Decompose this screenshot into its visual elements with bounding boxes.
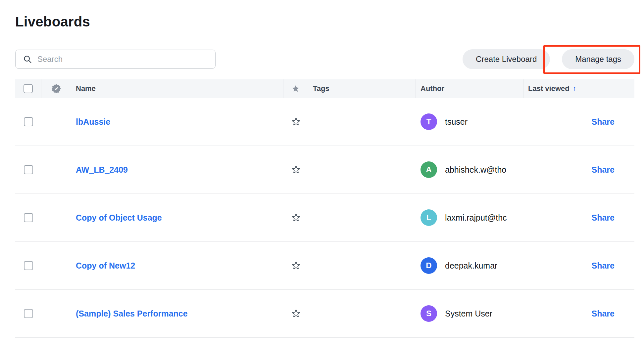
row-name-cell: (Sample) Sales Performance: [71, 309, 283, 318]
liveboard-name-link[interactable]: Copy of New12: [76, 261, 135, 271]
row-checkbox[interactable]: [24, 261, 33, 270]
create-liveboard-button[interactable]: Create Liveboard: [463, 49, 550, 69]
author-name: System User: [445, 309, 492, 318]
toolbar: Create Liveboard Manage tags: [15, 49, 634, 69]
search-input[interactable]: [37, 55, 208, 64]
row-favorite-cell: [283, 213, 308, 223]
author-name: tsuser: [445, 117, 468, 127]
sort-ascending-icon[interactable]: ↑: [573, 84, 576, 93]
author-name: abhishek.w@tho: [445, 165, 506, 175]
header-author-label: Author: [421, 84, 444, 93]
author-avatar: S: [421, 305, 437, 322]
row-name-cell: lbAussie: [71, 117, 283, 127]
liveboard-name-link[interactable]: AW_LB_2409: [76, 165, 128, 175]
favorite-star-icon[interactable]: [291, 309, 301, 318]
row-author-cell: A abhishek.w@tho: [416, 161, 523, 178]
header-last-viewed[interactable]: Last viewed ↑: [523, 79, 634, 98]
row-share-cell: Share: [523, 117, 634, 127]
row-name-cell: Copy of Object Usage: [71, 213, 283, 223]
liveboard-name-link[interactable]: (Sample) Sales Performance: [76, 309, 188, 318]
author-avatar: L: [421, 209, 437, 226]
share-link[interactable]: Share: [592, 213, 615, 223]
liveboard-name-link[interactable]: lbAussie: [76, 117, 110, 127]
row-checkbox-cell: [15, 309, 41, 318]
row-checkbox[interactable]: [24, 213, 33, 222]
header-tags[interactable]: Tags: [308, 79, 416, 98]
share-link[interactable]: Share: [592, 261, 615, 271]
author-avatar: A: [421, 161, 437, 178]
header-favorite[interactable]: [283, 79, 308, 98]
row-checkbox-cell: [15, 213, 41, 222]
avatar-initial: T: [426, 117, 431, 126]
table-row: lbAussie T tsuser Share: [15, 98, 634, 146]
header-verified-cell: [41, 79, 71, 98]
row-favorite-cell: [283, 309, 308, 318]
verified-badge-icon: [51, 84, 61, 94]
share-link[interactable]: Share: [592, 165, 615, 175]
row-favorite-cell: [283, 261, 308, 271]
table-row: Copy of Object Usage L laxmi.rajput@thc …: [15, 194, 634, 242]
table-body: lbAussie T tsuser Share AW_LB_2409: [15, 98, 634, 338]
row-author-cell: L laxmi.rajput@thc: [416, 209, 523, 226]
liveboard-name-link[interactable]: Copy of Object Usage: [76, 213, 162, 223]
row-checkbox[interactable]: [24, 165, 33, 174]
author-name: deepak.kumar: [445, 261, 497, 271]
row-checkbox-cell: [15, 165, 41, 174]
row-checkbox[interactable]: [24, 117, 33, 126]
header-name[interactable]: Name: [71, 79, 283, 98]
avatar-initial: S: [426, 309, 431, 318]
row-favorite-cell: [283, 165, 308, 175]
avatar-initial: D: [426, 261, 431, 270]
search-box[interactable]: [15, 50, 216, 69]
row-author-cell: D deepak.kumar: [416, 257, 523, 274]
share-link[interactable]: Share: [592, 309, 615, 318]
favorite-star-icon[interactable]: [291, 165, 301, 175]
page-title: Liveboards: [15, 14, 90, 30]
row-share-cell: Share: [523, 309, 634, 318]
author-avatar: T: [421, 113, 437, 130]
header-author[interactable]: Author: [416, 79, 523, 98]
row-share-cell: Share: [523, 261, 634, 271]
author-name: laxmi.rajput@thc: [445, 213, 507, 223]
select-all-checkbox[interactable]: [24, 84, 33, 93]
table-row: AW_LB_2409 A abhishek.w@tho Share: [15, 146, 634, 194]
row-checkbox-cell: [15, 261, 41, 270]
row-name-cell: Copy of New12: [71, 261, 283, 271]
share-link[interactable]: Share: [592, 117, 615, 127]
header-tags-label: Tags: [313, 84, 329, 93]
row-checkbox-cell: [15, 117, 41, 126]
row-author-cell: T tsuser: [416, 113, 523, 130]
header-checkbox-cell: [15, 79, 41, 98]
table-row: Copy of New12 D deepak.kumar Share: [15, 242, 634, 290]
liveboards-table: Name Tags Author Last viewed ↑: [15, 79, 634, 338]
row-author-cell: S System User: [416, 305, 523, 322]
row-name-cell: AW_LB_2409: [71, 165, 283, 175]
star-icon: [292, 85, 300, 93]
author-avatar: D: [421, 257, 437, 274]
table-header-row: Name Tags Author Last viewed ↑: [15, 79, 634, 98]
row-share-cell: Share: [523, 165, 634, 175]
manage-tags-button[interactable]: Manage tags: [562, 49, 634, 69]
row-favorite-cell: [283, 117, 308, 127]
favorite-star-icon[interactable]: [291, 261, 301, 271]
search-icon: [23, 55, 32, 64]
row-share-cell: Share: [523, 213, 634, 223]
row-checkbox[interactable]: [24, 309, 33, 318]
favorite-star-icon[interactable]: [291, 117, 301, 127]
favorite-star-icon[interactable]: [291, 213, 301, 223]
liveboards-page: Liveboards Create Liveboard Manage tags: [0, 0, 644, 339]
avatar-initial: L: [426, 213, 431, 222]
table-row: (Sample) Sales Performance S System User…: [15, 290, 634, 338]
header-name-label: Name: [76, 84, 96, 93]
header-last-viewed-label: Last viewed: [528, 84, 570, 93]
avatar-initial: A: [426, 165, 431, 174]
